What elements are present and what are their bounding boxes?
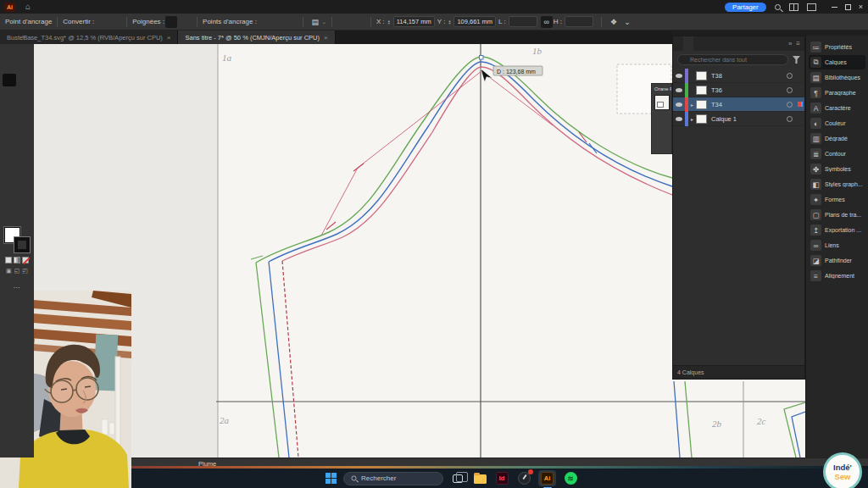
arrange-documents-icon[interactable] (789, 3, 798, 11)
illustrator-button[interactable]: Ai (538, 470, 556, 486)
perspective-grid-tool[interactable] (3, 155, 16, 168)
visibility-eye-icon[interactable] (673, 117, 685, 121)
close-button[interactable]: × (859, 3, 863, 11)
edit-toolbar-icon[interactable]: … (13, 281, 21, 290)
camera-app-button[interactable] (516, 471, 531, 486)
fill-stroke-swatches[interactable] (4, 227, 30, 252)
layer-thumbnail[interactable] (696, 114, 707, 124)
layer-thumbnail[interactable] (696, 86, 707, 95)
gradient-mode-icon[interactable] (14, 257, 20, 263)
stroke-swatch[interactable] (14, 237, 30, 252)
graph-tool[interactable] (3, 182, 16, 195)
layer-row-calque-1[interactable]: Calque 1 (673, 112, 804, 126)
lasso-anchor-icon[interactable] (285, 16, 297, 28)
layer-target-icon[interactable] (787, 73, 793, 79)
convert-corner-icon[interactable] (95, 16, 107, 28)
mesh-tool[interactable] (18, 155, 31, 168)
layer-thumbnail[interactable] (696, 71, 707, 80)
show-handles-icon[interactable] (165, 16, 177, 28)
hand-tool[interactable] (18, 196, 31, 208)
dock-button-exportation[interactable]: ↥ Exportation ... (809, 223, 865, 237)
gradient-tool[interactable] (3, 169, 16, 181)
remove-anchor-icon[interactable] (258, 16, 270, 28)
magic-wand-tool[interactable] (3, 60, 16, 73)
search-icon[interactable] (775, 4, 781, 10)
more-options-icon[interactable]: ⌄ (621, 16, 633, 28)
color-mode-icon[interactable] (5, 257, 12, 263)
x-value-field[interactable]: 114,157 mm (393, 16, 435, 27)
document-setup-icon[interactable]: ▤ (309, 16, 321, 28)
tool-spacer[interactable] (18, 209, 31, 222)
share-button[interactable]: Partager (725, 3, 766, 12)
dock-button-alignement[interactable]: ≡ Alignement (809, 269, 865, 283)
close-tab-icon[interactable]: × (324, 34, 328, 42)
dock-button-pathfinder[interactable]: ◪ Pathfinder (809, 253, 865, 268)
visibility-eye-icon[interactable] (673, 88, 685, 92)
floating-library-panel[interactable]: Orane Fab (651, 83, 672, 154)
dock-button-liens[interactable]: ∞ Liens (809, 238, 865, 252)
direct-selection-tool[interactable] (18, 47, 31, 59)
zoom-tool[interactable] (3, 209, 16, 222)
document-tab-bustebase[interactable]: BusteBase_T34.svg* @ 12,5 % (RVB/Aperçu … (0, 30, 178, 44)
file-explorer-button[interactable] (472, 471, 487, 486)
visibility-eye-icon[interactable] (673, 103, 685, 107)
dock-button-couleur[interactable]: ◐ Couleur (809, 116, 865, 130)
layer-target-icon[interactable] (787, 116, 793, 122)
toolbar-collapse-icon[interactable]: » (22, 34, 25, 40)
layer-name[interactable]: Calque 1 (711, 115, 787, 123)
eyedropper-tool[interactable] (18, 169, 31, 181)
rotate-tool[interactable] (3, 128, 16, 141)
pencil-tool[interactable] (3, 114, 16, 127)
home-icon[interactable]: ⌂ (25, 3, 31, 11)
link-dimensions-icon[interactable]: ∞ (541, 16, 553, 28)
convert-smooth-icon[interactable] (108, 16, 120, 28)
paintbrush-tool[interactable] (18, 101, 31, 114)
library-thumbnail[interactable] (654, 95, 670, 110)
dock-button-proprietes[interactable]: ≔ Propriétés (809, 40, 865, 54)
layer-name[interactable]: T36 (711, 86, 787, 94)
workspace-switcher-icon[interactable] (807, 3, 816, 11)
artboard-tool[interactable] (18, 182, 31, 195)
panel-tab-calques[interactable] (683, 36, 693, 51)
dock-button-caractere[interactable]: A Caractère (809, 101, 865, 115)
dock-button-degrade[interactable]: ▥ Dégradé (809, 131, 865, 146)
free-transform-tool[interactable] (18, 141, 31, 154)
indesign-button[interactable]: Id (494, 471, 509, 486)
cut-path-icon[interactable] (271, 16, 283, 28)
close-tab-icon[interactable]: × (167, 34, 171, 42)
width-tool[interactable] (3, 141, 16, 154)
document-tab-sans-titre[interactable]: Sans titre - 7* @ 50 % (CMJN/Aperçu sur … (178, 30, 335, 44)
disclosure-triangle-icon[interactable] (688, 116, 696, 122)
panel-menu-icon[interactable]: ≡ (796, 40, 800, 47)
layer-row-t36[interactable]: T36 (673, 83, 804, 97)
scale-tool[interactable] (18, 128, 31, 141)
task-view-button[interactable] (450, 471, 465, 486)
dock-button-symboles[interactable]: ✤ Symboles (809, 162, 865, 176)
dock-button-contour[interactable]: ≣ Contour (809, 147, 865, 161)
layer-thumbnail[interactable] (696, 100, 707, 109)
hide-handles-icon[interactable] (179, 16, 191, 28)
line-segment-tool[interactable] (18, 87, 31, 100)
layer-name[interactable]: T34 (711, 101, 787, 108)
disclosure-triangle-icon[interactable] (688, 102, 696, 108)
layer-search-input[interactable] (677, 54, 788, 65)
curvature-tool[interactable] (18, 74, 31, 86)
shaper-tool[interactable] (18, 114, 31, 127)
visibility-eye-icon[interactable] (673, 74, 685, 78)
layer-row-t34[interactable]: T34 (673, 97, 804, 112)
dock-button-calques[interactable]: ⧉ Calques (809, 55, 865, 69)
dock-button-paragraphe[interactable]: ¶ Paragraphe (809, 86, 865, 100)
filter-icon[interactable] (793, 56, 800, 64)
y-value-field[interactable]: 109,661 mm (453, 16, 496, 27)
layer-target-icon[interactable] (787, 87, 793, 93)
type-tool[interactable] (3, 87, 16, 100)
none-mode-icon[interactable] (22, 257, 29, 263)
minimize-button[interactable] (832, 7, 837, 8)
dock-button-styles-graphiques[interactable]: ◧ Styles graph... (809, 177, 865, 191)
rectangle-tool[interactable] (3, 101, 16, 114)
layer-target-icon[interactable] (787, 102, 793, 108)
draw-behind-icon[interactable]: ◱ (14, 268, 20, 274)
windows-start-button[interactable] (326, 473, 337, 484)
panel-tab-bibliotheques[interactable] (693, 36, 704, 51)
layer-name[interactable]: T38 (711, 72, 787, 80)
